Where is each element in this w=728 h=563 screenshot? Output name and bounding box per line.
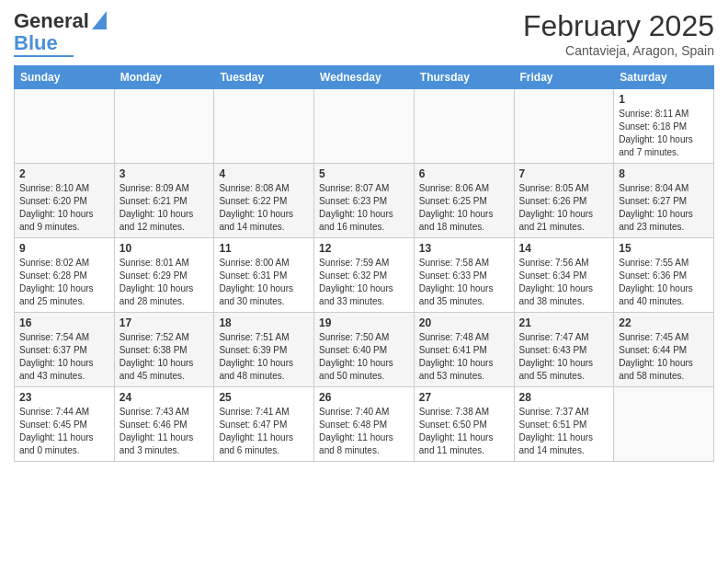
calendar-cell: 5Sunrise: 8:07 AM Sunset: 6:23 PM Daylig… <box>314 164 415 238</box>
calendar-cell: 25Sunrise: 7:41 AM Sunset: 6:47 PM Dayli… <box>214 387 314 462</box>
calendar-cell: 3Sunrise: 8:09 AM Sunset: 6:21 PM Daylig… <box>114 164 214 238</box>
day-number: 17 <box>119 316 210 329</box>
calendar-cell: 4Sunrise: 8:08 AM Sunset: 6:22 PM Daylig… <box>214 164 314 238</box>
logo-blue-text: Blue <box>14 33 58 53</box>
calendar-cell: 17Sunrise: 7:52 AM Sunset: 6:38 PM Dayli… <box>114 313 214 387</box>
day-number: 19 <box>319 316 409 329</box>
subtitle: Cantavieja, Aragon, Spain <box>523 43 714 58</box>
day-number: 10 <box>119 242 210 255</box>
day-info: Sunrise: 7:37 AM Sunset: 6:51 PM Dayligh… <box>519 406 609 457</box>
day-of-week-header: Saturday <box>614 66 714 89</box>
calendar-cell <box>514 89 614 164</box>
day-info: Sunrise: 8:11 AM Sunset: 6:18 PM Dayligh… <box>619 108 709 159</box>
day-info: Sunrise: 8:07 AM Sunset: 6:23 PM Dayligh… <box>319 182 409 234</box>
day-number: 26 <box>319 391 409 404</box>
day-info: Sunrise: 7:59 AM Sunset: 6:32 PM Dayligh… <box>319 257 409 308</box>
day-of-week-header: Wednesday <box>314 66 415 89</box>
day-info: Sunrise: 7:38 AM Sunset: 6:50 PM Dayligh… <box>419 406 509 457</box>
logo-text: General <box>14 11 89 31</box>
day-of-week-header: Monday <box>114 66 214 89</box>
day-info: Sunrise: 7:48 AM Sunset: 6:41 PM Dayligh… <box>419 331 509 383</box>
day-info: Sunrise: 7:51 AM Sunset: 6:39 PM Dayligh… <box>219 331 309 383</box>
calendar-cell: 9Sunrise: 8:02 AM Sunset: 6:28 PM Daylig… <box>15 238 115 313</box>
logo-underline <box>14 55 74 57</box>
calendar-cell: 16Sunrise: 7:54 AM Sunset: 6:37 PM Dayli… <box>15 313 115 387</box>
calendar-cell: 10Sunrise: 8:01 AM Sunset: 6:29 PM Dayli… <box>114 238 214 313</box>
day-of-week-header: Thursday <box>414 66 514 89</box>
day-info: Sunrise: 7:50 AM Sunset: 6:40 PM Dayligh… <box>319 331 409 383</box>
header: General Blue February 2025 Cantavieja, A… <box>14 9 714 58</box>
calendar-cell: 24Sunrise: 7:43 AM Sunset: 6:46 PM Dayli… <box>114 387 214 462</box>
day-info: Sunrise: 7:44 AM Sunset: 6:45 PM Dayligh… <box>19 406 109 457</box>
calendar-cell <box>114 89 214 164</box>
calendar-cell: 8Sunrise: 8:04 AM Sunset: 6:27 PM Daylig… <box>614 164 714 238</box>
day-info: Sunrise: 7:41 AM Sunset: 6:47 PM Dayligh… <box>219 406 309 457</box>
main-title: February 2025 <box>523 9 714 43</box>
calendar-cell: 1Sunrise: 8:11 AM Sunset: 6:18 PM Daylig… <box>614 89 714 164</box>
day-info: Sunrise: 7:56 AM Sunset: 6:34 PM Dayligh… <box>519 257 609 308</box>
day-number: 8 <box>619 167 709 180</box>
calendar-week-row: 9Sunrise: 8:02 AM Sunset: 6:28 PM Daylig… <box>15 238 714 313</box>
day-info: Sunrise: 7:58 AM Sunset: 6:33 PM Dayligh… <box>419 257 509 308</box>
calendar-cell: 11Sunrise: 8:00 AM Sunset: 6:31 PM Dayli… <box>214 238 314 313</box>
page: General Blue February 2025 Cantavieja, A… <box>0 0 728 563</box>
day-info: Sunrise: 8:02 AM Sunset: 6:28 PM Dayligh… <box>19 257 109 308</box>
calendar-cell <box>314 89 415 164</box>
day-number: 3 <box>119 167 210 180</box>
calendar-cell <box>15 89 115 164</box>
day-info: Sunrise: 7:47 AM Sunset: 6:43 PM Dayligh… <box>519 331 609 383</box>
calendar-cell <box>214 89 314 164</box>
day-of-week-header: Tuesday <box>214 66 314 89</box>
day-info: Sunrise: 8:08 AM Sunset: 6:22 PM Dayligh… <box>219 182 309 234</box>
calendar-cell: 13Sunrise: 7:58 AM Sunset: 6:33 PM Dayli… <box>414 238 514 313</box>
day-info: Sunrise: 8:04 AM Sunset: 6:27 PM Dayligh… <box>619 182 709 234</box>
day-of-week-header: Friday <box>514 66 614 89</box>
calendar-cell: 23Sunrise: 7:44 AM Sunset: 6:45 PM Dayli… <box>15 387 115 462</box>
calendar-cell: 19Sunrise: 7:50 AM Sunset: 6:40 PM Dayli… <box>314 313 415 387</box>
day-info: Sunrise: 7:43 AM Sunset: 6:46 PM Dayligh… <box>119 406 210 457</box>
calendar-cell: 15Sunrise: 7:55 AM Sunset: 6:36 PM Dayli… <box>614 238 714 313</box>
day-info: Sunrise: 8:01 AM Sunset: 6:29 PM Dayligh… <box>119 257 210 308</box>
calendar-cell: 12Sunrise: 7:59 AM Sunset: 6:32 PM Dayli… <box>314 238 415 313</box>
day-number: 21 <box>519 316 609 329</box>
day-number: 24 <box>119 391 210 404</box>
day-number: 20 <box>419 316 509 329</box>
logo: General Blue <box>14 9 107 57</box>
calendar-cell: 28Sunrise: 7:37 AM Sunset: 6:51 PM Dayli… <box>514 387 614 462</box>
day-number: 18 <box>219 316 309 329</box>
calendar-week-row: 2Sunrise: 8:10 AM Sunset: 6:20 PM Daylig… <box>15 164 714 238</box>
day-number: 13 <box>419 242 509 255</box>
day-number: 7 <box>519 167 609 180</box>
calendar-header: SundayMondayTuesdayWednesdayThursdayFrid… <box>15 66 714 89</box>
day-number: 11 <box>219 242 309 255</box>
day-info: Sunrise: 8:10 AM Sunset: 6:20 PM Dayligh… <box>19 182 109 234</box>
day-number: 28 <box>519 391 609 404</box>
days-of-week-row: SundayMondayTuesdayWednesdayThursdayFrid… <box>15 66 714 89</box>
calendar-cell: 26Sunrise: 7:40 AM Sunset: 6:48 PM Dayli… <box>314 387 415 462</box>
day-number: 15 <box>619 242 709 255</box>
logo-line: General <box>14 9 107 33</box>
calendar-cell: 14Sunrise: 7:56 AM Sunset: 6:34 PM Dayli… <box>514 238 614 313</box>
calendar-table: SundayMondayTuesdayWednesdayThursdayFrid… <box>14 65 714 462</box>
day-number: 16 <box>19 316 109 329</box>
day-number: 5 <box>319 167 409 180</box>
day-number: 2 <box>19 167 109 180</box>
calendar-cell <box>414 89 514 164</box>
day-info: Sunrise: 7:55 AM Sunset: 6:36 PM Dayligh… <box>619 257 709 308</box>
day-number: 22 <box>619 316 709 329</box>
calendar-cell: 27Sunrise: 7:38 AM Sunset: 6:50 PM Dayli… <box>414 387 514 462</box>
day-of-week-header: Sunday <box>15 66 115 89</box>
day-info: Sunrise: 8:06 AM Sunset: 6:25 PM Dayligh… <box>419 182 509 234</box>
calendar-cell: 7Sunrise: 8:05 AM Sunset: 6:26 PM Daylig… <box>514 164 614 238</box>
day-info: Sunrise: 7:45 AM Sunset: 6:44 PM Dayligh… <box>619 331 709 383</box>
calendar-cell: 21Sunrise: 7:47 AM Sunset: 6:43 PM Dayli… <box>514 313 614 387</box>
calendar-cell: 18Sunrise: 7:51 AM Sunset: 6:39 PM Dayli… <box>214 313 314 387</box>
day-number: 9 <box>19 242 109 255</box>
calendar-cell: 22Sunrise: 7:45 AM Sunset: 6:44 PM Dayli… <box>614 313 714 387</box>
day-number: 4 <box>219 167 309 180</box>
title-area: February 2025 Cantavieja, Aragon, Spain <box>523 9 714 58</box>
calendar-week-row: 23Sunrise: 7:44 AM Sunset: 6:45 PM Dayli… <box>15 387 714 462</box>
svg-marker-0 <box>92 11 107 29</box>
day-number: 12 <box>319 242 409 255</box>
day-info: Sunrise: 8:00 AM Sunset: 6:31 PM Dayligh… <box>219 257 309 308</box>
